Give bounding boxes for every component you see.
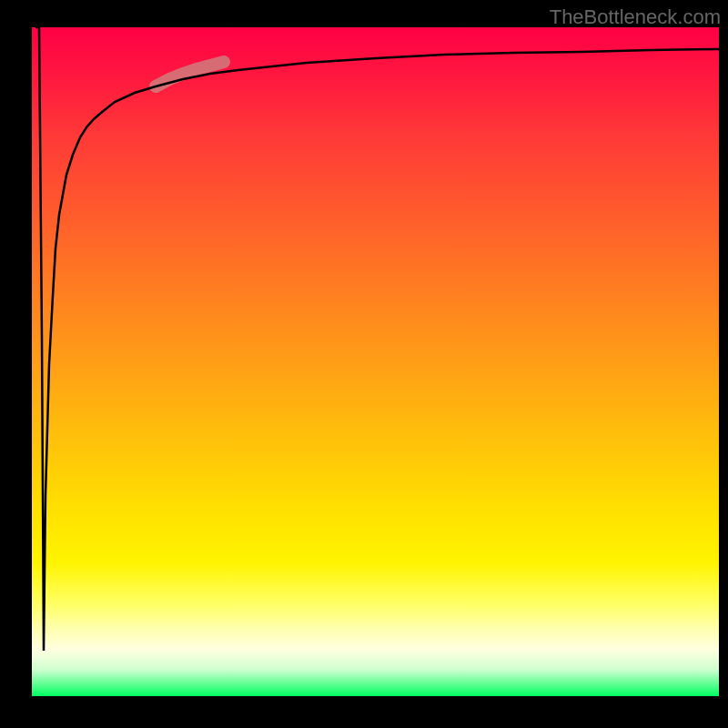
bottleneck-curve (35, 27, 719, 651)
curve-svg (32, 27, 719, 696)
chart-container: TheBottleneck.com (0, 0, 728, 728)
x-axis (0, 696, 728, 728)
watermark-text: TheBottleneck.com (550, 5, 721, 29)
y-axis (0, 27, 32, 696)
plot-area (32, 27, 719, 696)
